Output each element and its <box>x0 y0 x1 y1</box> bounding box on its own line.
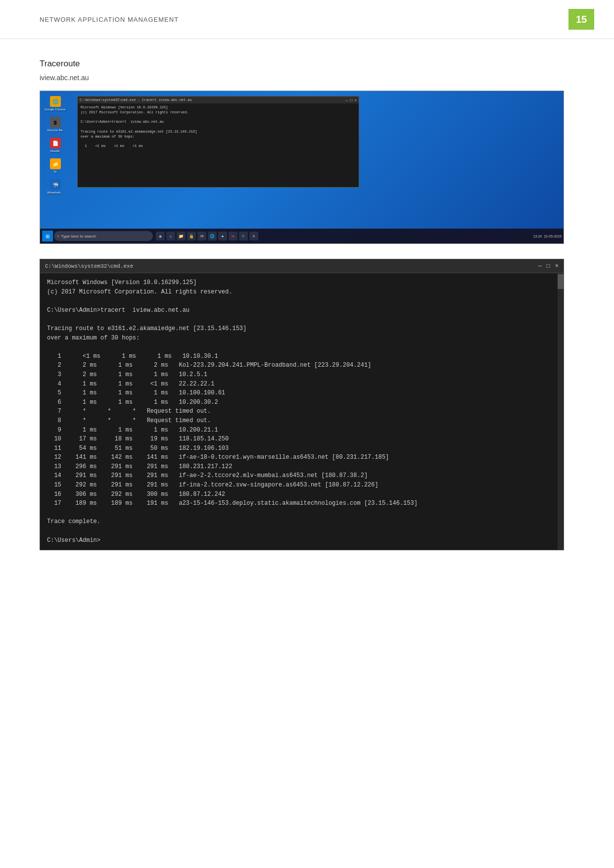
reader-label: Reader <box>50 149 60 152</box>
cmd-titlebar-small: C:\Windows\system32\cmd.exe - tracert iv… <box>78 96 359 103</box>
taskbar-icon-app4[interactable]: ≡ <box>249 232 258 241</box>
cmd-line-2: (c) 2017 Microsoft Corporation. All righ… <box>81 110 356 115</box>
cmd-title-small: C:\Windows\system32\cmd.exe - tracert iv… <box>80 98 192 102</box>
minimize-button-small[interactable]: — <box>346 98 348 102</box>
taskbar-icon-mail[interactable]: ✉ <box>197 232 206 241</box>
windows-screenshot: 🌐 Google Chrome 🗑 Recycle Bin 📄 Reader 📁… <box>40 91 564 244</box>
taskbar-icon-lock[interactable]: 🔒 <box>187 232 196 241</box>
desktop-icon-5: 🦈 Wireshark... <box>44 179 66 194</box>
hop-row-2: 2 2 ms 1 ms 2 ms Kol-223.29.204.241.PMPL… <box>47 361 557 370</box>
cmd-line-blank3 <box>81 140 356 145</box>
terminal-win-controls: — □ × <box>538 263 559 270</box>
hop-rows: 1 <1 ms 1 ms 1 ms 10.10.30.1 2 2 ms 1 ms… <box>47 352 557 508</box>
terminal-large: C:\Windows\system32\cmd.exe — □ × Micros… <box>40 259 564 550</box>
taskbar-search[interactable]: ○ Type here to search <box>54 231 153 241</box>
page-header: NETWORK APPLICATION MANAGEMENT 15 <box>0 0 614 39</box>
recycle-icon: 🗑 <box>50 117 61 128</box>
folder-label: To <box>53 170 56 173</box>
terminal-blank-3 <box>47 342 557 352</box>
cmd-line-1: Microsoft Windows [Version 10.0.16299.12… <box>81 105 356 110</box>
terminal-body: Microsoft Windows [Version 10.0.16299.12… <box>40 273 564 550</box>
terminal-trace-2: over a maximum of 30 hops: <box>47 334 557 343</box>
main-content: Traceroute iview.abc.net.au 🌐 Google Chr… <box>0 39 614 570</box>
desktop-icon-3: 📄 Reader <box>44 138 66 152</box>
taskbar-icon-app3[interactable]: P <box>239 232 248 241</box>
reader-icon: 📄 <box>50 138 61 148</box>
terminal-header-1: Microsoft Windows [Version 10.0.16299.12… <box>47 278 557 288</box>
cmd-line-blank1 <box>81 115 356 120</box>
section-heading: Traceroute <box>40 59 574 69</box>
terminal-trace-1: Tracing route to e3161.e2.akamaiedge.net… <box>47 324 557 334</box>
hop-row-5: 5 1 ms 1 ms 1 ms 10.100.100.61 <box>47 388 557 398</box>
hop-row-6: 6 1 ms 1 ms 1 ms 10.200.30.2 <box>47 398 557 407</box>
cmd-line-blank2 <box>81 125 356 130</box>
terminal-blank-4 <box>47 508 557 518</box>
recycle-label: Recycle Bin <box>47 129 63 132</box>
taskbar-time: 13:24 <box>533 235 542 238</box>
terminal-header-2: (c) 2017 Microsoft Corporation. All righ… <box>47 288 557 297</box>
taskbar: ⊞ ○ Type here to search ◈ e 📁 🔒 ✉ 🌐 ● H … <box>40 229 564 243</box>
taskbar-search-text: Type here to search <box>61 234 96 239</box>
cmd-line-5: over a maximum of 30 hops: <box>81 135 356 140</box>
search-icon: ○ <box>57 234 59 239</box>
page-number-badge: 15 <box>568 9 594 30</box>
terminal-cmd: C:\Users\Admin>tracert iview.abc.net.au <box>47 306 557 315</box>
terminal-complete: Trace complete. <box>47 517 557 527</box>
taskbar-icon-edge[interactable]: e <box>166 232 175 241</box>
hop-row-12: 12 141 ms 142 ms 141 ms if-ae-18-0.tcore… <box>47 453 557 462</box>
page-title: NETWORK APPLICATION MANAGEMENT <box>40 16 179 23</box>
wireshark-icon: 🦈 <box>50 179 61 190</box>
desktop-icons: 🌐 Google Chrome 🗑 Recycle Bin 📄 Reader 📁… <box>44 96 66 194</box>
hop-row-13: 13 296 ms 291 ms 291 ms 180.231.217.122 <box>47 462 557 472</box>
terminal-close[interactable]: × <box>555 263 559 270</box>
cmd-window-small: C:\Windows\system32\cmd.exe - tracert iv… <box>77 96 359 188</box>
chrome-icon: 🌐 <box>50 96 61 107</box>
hop-row-9: 9 1 ms 1 ms 1 ms 10.200.21.1 <box>47 426 557 435</box>
win-controls-small: — □ × <box>346 98 357 102</box>
terminal-minimize[interactable]: — <box>538 263 541 270</box>
taskbar-date: 22-05-2019 <box>544 235 562 238</box>
hop-row-14: 14 291 ms 291 ms 291 ms if-ae-2-2.tccore… <box>47 471 557 481</box>
terminal-blank-1 <box>47 296 557 306</box>
terminal-maximize[interactable]: □ <box>547 263 550 270</box>
start-button[interactable]: ⊞ <box>42 231 53 241</box>
taskbar-icons: ◈ e 📁 🔒 ✉ 🌐 ● H P ≡ <box>156 232 258 241</box>
hop-row-17: 17 189 ms 189 ms 191 ms a23-15-146-153.d… <box>47 499 557 508</box>
section-subheading: iview.abc.net.au <box>40 74 574 82</box>
hop-row-1: 1 <1 ms 1 ms 1 ms 10.10.30.1 <box>47 352 557 361</box>
scrollbar-thumb[interactable] <box>558 274 564 289</box>
maximize-button-small[interactable]: □ <box>350 98 352 102</box>
hop-row-16: 16 306 ms 292 ms 300 ms 180.87.12.242 <box>47 490 557 499</box>
hop-row-8: 8 * * * Request timed out. <box>47 416 557 426</box>
terminal-title: C:\Windows\system32\cmd.exe <box>45 263 133 269</box>
terminal-prompt: C:\Users\Admin> <box>47 536 557 545</box>
hop-row-7: 7 * * * Request timed out. <box>47 407 557 416</box>
hop-row-11: 11 54 ms 51 ms 50 ms 182.19.106.103 <box>47 444 557 453</box>
chrome-label: Google Chrome <box>45 108 65 111</box>
hop-row-4: 4 1 ms 1 ms <1 ms 22.22.22.1 <box>47 380 557 389</box>
folder-icon: 📁 <box>50 158 61 169</box>
cmd-line-6: 1 <1 ms <1 ms <1 ms <box>81 144 356 149</box>
terminal-titlebar: C:\Windows\system32\cmd.exe — □ × <box>40 259 564 273</box>
desktop-icon-1: 🌐 Google Chrome <box>44 96 66 111</box>
hop-row-10: 10 17 ms 18 ms 19 ms 118.185.14.250 <box>47 434 557 444</box>
hop-row-15: 15 292 ms 291 ms 291 ms if-ina-2.tcore2.… <box>47 481 557 490</box>
terminal-blank-2 <box>47 315 557 324</box>
taskbar-icon-cortana[interactable]: ◈ <box>156 232 165 241</box>
wireshark-label: Wireshark... <box>47 191 63 194</box>
terminal-blank-5 <box>47 527 557 536</box>
desktop-icon-2: 🗑 Recycle Bin <box>44 117 66 132</box>
taskbar-icon-app2[interactable]: H <box>229 232 237 241</box>
cmd-line-4: Tracing route to e3161.e2.akamaiedge.net… <box>81 130 356 135</box>
taskbar-right: 13:24 22-05-2019 <box>533 235 562 238</box>
cmd-line-3: C:\Users\Admin>tracert iview.abc.net.au <box>81 120 356 125</box>
hop-row-3: 3 2 ms 1 ms 1 ms 10.2.5.1 <box>47 370 557 380</box>
cmd-body-small: Microsoft Windows [Version 10.0.16299.12… <box>78 103 359 151</box>
taskbar-icon-explorer[interactable]: 📁 <box>177 232 186 241</box>
taskbar-icon-browser[interactable]: 🌐 <box>208 232 217 241</box>
terminal-scrollbar[interactable] <box>558 273 564 550</box>
win-desktop: 🌐 Google Chrome 🗑 Recycle Bin 📄 Reader 📁… <box>40 91 564 243</box>
taskbar-icon-app1[interactable]: ● <box>218 232 227 241</box>
close-button-small[interactable]: × <box>354 98 357 102</box>
desktop-icon-4: 📁 To <box>44 158 66 173</box>
